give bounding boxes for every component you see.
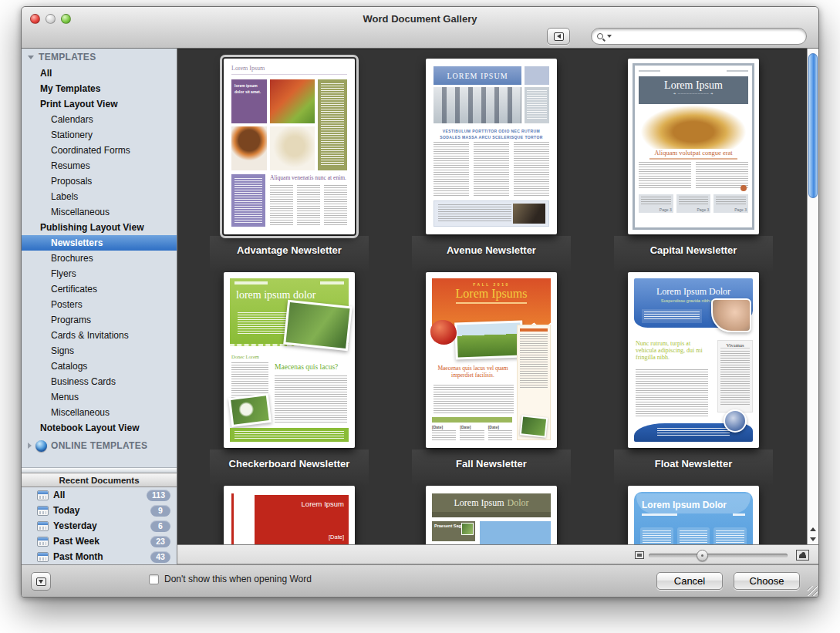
- template-item-fall[interactable]: FALL 2010 Lorem Ipsums Maecenas quis lac…: [418, 272, 565, 486]
- boxed-left-arrow-icon: [554, 32, 564, 41]
- template-item-float[interactable]: Lorem Ipsum Dolor Suspendisse gravida ni…: [620, 272, 767, 486]
- sidebar-item-cards-invitations[interactable]: Cards & Invitations: [22, 328, 177, 343]
- scrollbar-thumb[interactable]: [808, 53, 818, 198]
- disclosure-triangle-icon[interactable]: [28, 56, 34, 59]
- thumbnail-blue-panel: Lorem Ipsum Dolor: [634, 492, 753, 544]
- sidebar-toggle-button[interactable]: [547, 28, 570, 45]
- footer-disclosure-button[interactable]: [31, 572, 51, 591]
- thumbnail-sidebar-heading: Vivamus: [720, 342, 750, 348]
- thumbnail-photo-pasta: [270, 126, 315, 170]
- template-gallery: Lorem Ipsum lorem ipsum dolor sit amet. …: [177, 49, 807, 544]
- sidebar-item-certificates[interactable]: Certificates: [22, 281, 177, 297]
- footer-bar: Don't show this when opening Word Cancel…: [22, 564, 818, 597]
- recent-item-past-month[interactable]: Past Month 43: [22, 549, 177, 564]
- thumbnail-sidebar-heading: Donec Lorem: [231, 354, 259, 359]
- thumbnail-text-columns: [639, 162, 748, 188]
- template-item-avenue[interactable]: LOREM IPSUM VESTIBULUM PORTTITOR ODIO NE…: [418, 59, 565, 272]
- thumbnail-masthead: Lorem Ipsum Dolor: [432, 493, 551, 512]
- calendar-icon: [37, 552, 49, 562]
- sidebar-item-resumes[interactable]: Resumes: [22, 158, 177, 173]
- template-thumbnail[interactable]: Lorem Ipsum Dolor: [628, 486, 759, 544]
- thumbnail-subhead: Maecenas quis lacus vel quam imperdiet f…: [433, 365, 512, 379]
- sidebar-item-labels[interactable]: Labels: [22, 189, 177, 204]
- template-item-partial-blue[interactable]: Lorem Ipsum Dolor: [620, 486, 767, 544]
- sidebar-item-calendars[interactable]: Calendars: [22, 112, 177, 127]
- thumbnail-subhead: Nunc rutrum, turpis at vehicula adipisci…: [636, 340, 708, 361]
- sidebar-item-catalogs[interactable]: Catalogs: [22, 359, 177, 374]
- sidebar-item-my-templates[interactable]: My Templates: [22, 81, 177, 96]
- vertical-scrollbar[interactable]: [807, 49, 818, 544]
- resize-grip[interactable]: [808, 586, 818, 596]
- dont-show-checkbox[interactable]: [149, 574, 159, 584]
- calendar-icon: [37, 521, 49, 531]
- thumbnail-subhead: Aliquam venenatis nunc at enim.: [270, 174, 347, 181]
- sidebar-item-business-cards[interactable]: Business Cards: [22, 374, 177, 389]
- sidebar-item-miscellaneous-print[interactable]: Miscellaneous: [22, 204, 177, 220]
- recent-item-today[interactable]: Today 9: [22, 503, 177, 518]
- online-templates-header[interactable]: ONLINE TEMPLATES: [22, 437, 177, 454]
- sidebar-item-signs[interactable]: Signs: [22, 343, 177, 359]
- sidebar-item-newsletters[interactable]: Newsletters: [22, 235, 177, 251]
- search-menu-arrow-icon[interactable]: [607, 35, 612, 38]
- thumbnail-green-bar: [432, 417, 512, 423]
- template-thumbnail[interactable]: Lorem Ipsum [Date]: [224, 486, 355, 544]
- template-item-checkerboard[interactable]: lorem ipsum dolor Donec Lorem Maecenas q…: [216, 272, 363, 486]
- template-thumbnail[interactable]: FALL 2010 Lorem Ipsums Maecenas quis lac…: [426, 272, 557, 448]
- template-item-advantage[interactable]: Lorem Ipsum lorem ipsum dolor sit amet. …: [216, 59, 363, 272]
- thumbnail-photo-building: [480, 521, 551, 544]
- template-name: Float Newsletter: [655, 458, 732, 470]
- template-thumbnail[interactable]: LOREM IPSUM VESTIBULUM PORTTITOR ODIO NE…: [426, 59, 557, 234]
- template-item-capital[interactable]: Lorem Ipsum ❧ ─────────── ❧ Aliquam volu…: [620, 59, 767, 272]
- sidebar-item-coordinated-forms[interactable]: Coordinated Forms: [22, 143, 177, 158]
- cancel-button[interactable]: Cancel: [656, 572, 723, 590]
- template-thumbnail[interactable]: Lorem Ipsum lorem ipsum dolor sit amet. …: [224, 59, 355, 234]
- template-thumbnail[interactable]: lorem ipsum dolor Donec Lorem Maecenas q…: [224, 272, 355, 448]
- template-thumbnail[interactable]: Lorem Ipsum Dolor Praesent Sagittis: [426, 486, 557, 544]
- template-item-partial-olive[interactable]: Lorem Ipsum Dolor Praesent Sagittis: [418, 486, 565, 544]
- recent-item-past-week[interactable]: Past Week 23: [22, 534, 177, 549]
- zoom-slider[interactable]: [649, 554, 788, 557]
- sidebar-item-all[interactable]: All: [22, 66, 177, 81]
- thumbnail-masthead: Lorem Ipsum: [259, 500, 344, 508]
- template-thumbnail[interactable]: Lorem Ipsum ❧ ─────────── ❧ Aliquam volu…: [628, 59, 759, 234]
- globe-icon: [35, 440, 47, 452]
- sidebar-item-brochures[interactable]: Brochures: [22, 251, 177, 266]
- sidebar-item-flyers[interactable]: Flyers: [22, 266, 177, 281]
- template-item-partial-red[interactable]: Lorem Ipsum [Date]: [216, 486, 363, 544]
- thumbnail-date-columns: [Date] [Date] [Date]: [432, 425, 512, 442]
- scroll-up-button[interactable]: [808, 524, 818, 534]
- template-thumbnail[interactable]: Lorem Ipsum Dolor Suspendisse gravida ni…: [628, 272, 759, 448]
- sidebar-item-print-layout-view[interactable]: Print Layout View: [22, 96, 177, 112]
- recent-item-all[interactable]: All 113: [22, 487, 177, 503]
- zoom-in-icon[interactable]: [796, 550, 809, 561]
- search-input[interactable]: [613, 29, 806, 43]
- boxed-down-arrow-icon: [36, 577, 46, 586]
- thumbnail-gray-side-box: [525, 87, 549, 123]
- disclosure-triangle-collapsed-icon[interactable]: [28, 443, 32, 449]
- sidebar-item-proposals[interactable]: Proposals: [22, 173, 177, 189]
- zoom-out-icon[interactable]: [635, 551, 644, 559]
- sidebar-item-notebook-layout-view[interactable]: Notebook Layout View: [22, 420, 177, 436]
- sidebar-item-miscellaneous-publishing[interactable]: Miscellaneous: [22, 405, 177, 420]
- word-document-gallery-window: Word Document Gallery TEMPLATES All My T…: [21, 6, 819, 598]
- choose-button[interactable]: Choose: [734, 572, 800, 590]
- sidebar-spacer: [22, 454, 177, 467]
- count-badge: 113: [147, 490, 170, 501]
- thumbnail-subhead: Aliquam volutpat congue erat: [639, 149, 748, 157]
- sidebar-item-posters[interactable]: Posters: [22, 297, 177, 312]
- recent-item-yesterday[interactable]: Yesterday 6: [22, 518, 177, 534]
- scroll-down-button[interactable]: [808, 534, 818, 544]
- search-field[interactable]: [591, 28, 807, 45]
- thumbnail-red-box: Lorem Ipsum [Date]: [255, 495, 349, 544]
- sidebar-item-programs[interactable]: Programs: [22, 312, 177, 328]
- thumbnail-photo-peppers: [270, 79, 315, 123]
- sidebar-splitter[interactable]: [22, 467, 177, 473]
- sidebar-item-menus[interactable]: Menus: [22, 389, 177, 405]
- zoom-slider-thumb[interactable]: [697, 550, 708, 561]
- title-bar: Word Document Gallery: [22, 7, 818, 49]
- thumbnail-photo-cake: [231, 126, 267, 170]
- sidebar-item-stationery[interactable]: Stationery: [22, 127, 177, 143]
- thumbnail-frame: Lorem Ipsum ❧ ─────────── ❧ Aliquam volu…: [633, 63, 754, 230]
- templates-section-header[interactable]: TEMPLATES: [22, 49, 177, 66]
- sidebar-item-publishing-layout-view[interactable]: Publishing Layout View: [22, 220, 177, 235]
